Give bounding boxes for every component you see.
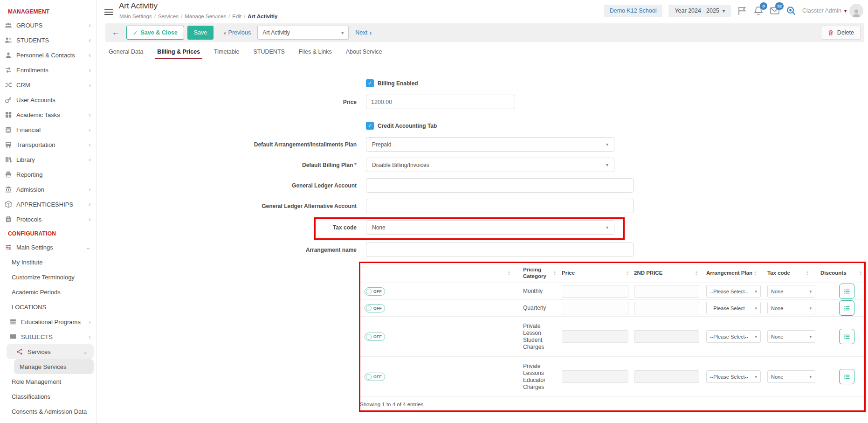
arrangement-plan-select[interactable]: --Please Select--▾	[706, 302, 761, 314]
default-billing-select[interactable]: Disable Billing/Invoices ▾	[366, 158, 614, 172]
default-arrangement-select[interactable]: Prepaid ▾	[366, 137, 614, 152]
sidebar-item-personnel-contacts[interactable]: Personnel & Contacts‹	[0, 48, 96, 62]
zoom-search-icon[interactable]	[786, 6, 796, 16]
sidebar-item-reporting[interactable]: Reporting	[0, 167, 96, 182]
row-toggle-off[interactable]: OFF	[365, 304, 385, 312]
sort-icon[interactable]: ▴▾	[860, 270, 861, 276]
sidebar-item-library[interactable]: Library‹	[0, 152, 96, 167]
sidebar-item-consents-admission-data[interactable]: Consents & Admission Data	[0, 404, 96, 419]
second-price-cell-input[interactable]	[634, 330, 699, 343]
sort-icon[interactable]: ▴▾	[754, 270, 756, 276]
sidebar-item-manage-services[interactable]: Manage Services	[14, 359, 94, 374]
breadcrumb-item[interactable]: Manage Services	[185, 14, 226, 19]
sidebar-item-label: Financial	[16, 126, 41, 133]
sidebar-item-partial[interactable]	[0, 419, 96, 423]
delete-button[interactable]: Delete	[821, 26, 861, 40]
column-header: Discounts▴▾	[812, 264, 865, 283]
row-toggle-off[interactable]: OFF	[365, 333, 385, 341]
sidebar-item-admission[interactable]: Admission‹	[0, 182, 96, 197]
previous-button[interactable]: ‹ Previous	[224, 29, 251, 36]
sidebar-item-financial[interactable]: Financial‹	[0, 122, 96, 137]
price-cell-input[interactable]	[562, 302, 628, 314]
sidebar-item-locations[interactable]: LOCATIONS	[0, 299, 96, 314]
discounts-button[interactable]	[839, 284, 854, 299]
sort-icon[interactable]: ▴▾	[806, 270, 808, 276]
messages-envelope-icon[interactable]: 32	[770, 6, 780, 16]
sidebar-item-groups[interactable]: GROUPS‹	[0, 18, 96, 33]
save-button[interactable]: Save	[187, 26, 214, 40]
arrangement-plan-select[interactable]: --Please Select--▾	[706, 330, 761, 343]
breadcrumb-item[interactable]: Edit	[232, 14, 241, 19]
row-toggle-off[interactable]: OFF	[365, 287, 385, 296]
notifications-bell-icon[interactable]: 0	[753, 6, 764, 16]
discounts-button[interactable]	[839, 369, 854, 384]
second-price-cell-input[interactable]	[634, 370, 699, 383]
sidebar-item-academic-periods[interactable]: Academic Periods	[0, 284, 96, 299]
sidebar-item-user-accounts[interactable]: User Accounts	[0, 92, 96, 107]
next-button[interactable]: Next ›	[355, 29, 372, 36]
user-accounts-icon	[5, 96, 12, 104]
sort-icon[interactable]: ▴▾	[508, 270, 510, 276]
sidebar-item-educational-programs[interactable]: Educational Programs‹	[0, 314, 96, 329]
discounts-button[interactable]	[839, 300, 854, 316]
billing-enabled-checkbox[interactable]: ✓	[366, 79, 374, 87]
second-price-cell-input[interactable]	[634, 302, 699, 314]
breadcrumb-item[interactable]: Main Settings	[119, 14, 152, 19]
tab-files-links[interactable]: Files & Links	[299, 46, 332, 59]
year-selector[interactable]: Year 2024 - 2025 ▾	[668, 5, 730, 17]
tax-code-value: None	[372, 224, 386, 231]
back-arrow-icon[interactable]: ←	[112, 28, 120, 37]
sidebar-item-crm[interactable]: CRM‹	[0, 77, 96, 92]
flag-icon[interactable]	[737, 6, 747, 16]
sidebar-item-transportation[interactable]: Transportation‹	[0, 137, 96, 152]
second-price-cell-input[interactable]	[634, 285, 699, 298]
arrangement-plan-select[interactable]: --Please Select--▾	[706, 285, 761, 298]
tab-students[interactable]: STUDENTS	[253, 46, 284, 59]
tab-timetable[interactable]: Timetable	[214, 46, 239, 59]
tab-about-service[interactable]: About Service	[346, 46, 382, 59]
tab-general-data[interactable]: General Data	[109, 46, 143, 59]
sidebar-item-main-settings[interactable]: Main Settings⌄	[0, 240, 96, 255]
credit-accounting-checkbox[interactable]: ✓	[366, 122, 374, 130]
avatar[interactable]	[849, 4, 863, 18]
hamburger-menu-icon[interactable]	[104, 9, 113, 16]
tax-code-cell-select[interactable]: None▾	[767, 370, 815, 383]
sort-icon[interactable]: ▴▾	[554, 270, 556, 276]
sidebar-item-subjects[interactable]: SUBJECTS‹	[0, 329, 96, 344]
sidebar-item-my-institute[interactable]: My Institute	[0, 255, 96, 270]
sort-icon[interactable]: ▴▾	[696, 270, 697, 276]
user-menu[interactable]: Classter Admin ▾	[802, 4, 863, 18]
sidebar-item-apprenticeships[interactable]: APPRENTICESHIPS‹	[0, 197, 96, 212]
school-button[interactable]: Demo K12 School	[604, 5, 663, 17]
gl-account-input[interactable]	[366, 178, 634, 193]
tax-code-cell-select[interactable]: None▾	[767, 285, 815, 298]
record-selector-dropdown[interactable]: Art Activitiy ▾	[257, 26, 349, 40]
sidebar-item-students[interactable]: STUDENTS‹	[0, 33, 96, 48]
price-cell-input[interactable]	[562, 370, 628, 383]
groups-icon	[5, 21, 12, 29]
sidebar-item-academic-tasks[interactable]: Academic Tasks‹	[0, 107, 96, 122]
discounts-button[interactable]	[839, 329, 854, 344]
row-toggle-off[interactable]: OFF	[365, 373, 385, 381]
price-input[interactable]	[366, 95, 515, 109]
arrangement-plan-select[interactable]: --Please Select--▾	[706, 370, 761, 383]
sidebar-item-classifications[interactable]: Classifications	[0, 389, 96, 404]
arrangement-name-input[interactable]	[366, 243, 634, 257]
sidebar-item-enrollments[interactable]: Enrollments‹	[0, 62, 96, 77]
breadcrumb-separator: /	[244, 14, 245, 19]
tax-code-cell-select[interactable]: None▾	[767, 302, 815, 314]
gl-alt-account-input[interactable]	[366, 199, 634, 213]
price-cell-input[interactable]	[562, 285, 628, 298]
save-and-close-button[interactable]: ✓ Save & Close	[126, 26, 184, 40]
tab-billing-prices[interactable]: Billing & Prices	[157, 46, 200, 59]
tax-code-select[interactable]: None ▾	[366, 220, 614, 235]
sidebar-item-services[interactable]: Services⌄	[7, 344, 94, 359]
sort-icon[interactable]: ▴▾	[627, 270, 628, 276]
breadcrumb-item[interactable]: Services	[158, 14, 179, 19]
sidebar-item-protocols[interactable]: Protocols‹	[0, 212, 96, 227]
chevron-left-icon: ‹	[89, 333, 91, 340]
price-cell-input[interactable]	[562, 330, 628, 343]
tax-code-cell-select[interactable]: None▾	[767, 330, 815, 343]
sidebar-item-role-management[interactable]: Role Management	[0, 374, 96, 389]
sidebar-item-customize-terminology[interactable]: Customize Terminology	[0, 270, 96, 284]
